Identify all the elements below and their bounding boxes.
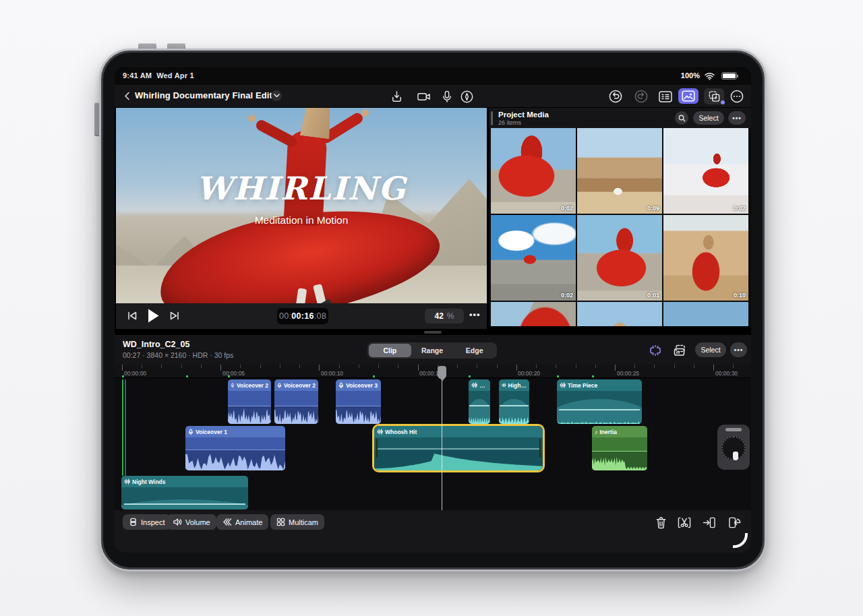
status-time: 9:41 AM xyxy=(123,71,152,80)
timeline-clip-voiceover1[interactable]: Voiceover 1 xyxy=(185,426,285,470)
audio-wave-icon xyxy=(377,429,383,435)
panel-drag-bar[interactable] xyxy=(491,111,493,125)
media-thumbnail[interactable]: 0:02 xyxy=(663,128,748,214)
timeline-clip-voiceover2b[interactable]: Voiceover 2 xyxy=(274,379,318,424)
bottom-toolbar: Inspect Volume Animate Multicam xyxy=(115,510,751,553)
viewer-zoom-control[interactable]: 42% xyxy=(425,309,464,324)
project-media-header: Project Media 26 items Select ••• xyxy=(489,108,751,128)
timecode-display[interactable]: 00:00:16:08 xyxy=(277,308,328,324)
audio-wave-icon xyxy=(502,382,506,388)
timeline-clip-high[interactable]: High… xyxy=(499,379,529,424)
microphone-icon[interactable] xyxy=(439,88,455,104)
multicam-icon xyxy=(276,518,285,526)
mode-edge[interactable]: Edge xyxy=(453,344,496,357)
camera-icon[interactable] xyxy=(415,88,432,104)
overwrite-clip-icon[interactable] xyxy=(727,515,742,530)
media-thumbnail[interactable]: 0:02 xyxy=(491,128,576,214)
search-icon[interactable] xyxy=(675,111,688,125)
title-chevron-down-icon[interactable] xyxy=(271,90,282,101)
mic-icon xyxy=(277,382,282,389)
battery-icon xyxy=(721,72,737,80)
media-thumbnail[interactable]: 0:01 xyxy=(577,215,662,301)
playhead-handle[interactable] xyxy=(438,366,446,379)
status-bar: 9:41 AMWed Apr 1 100% xyxy=(115,67,751,85)
pencil-tools-icon[interactable] xyxy=(458,88,475,104)
animate-button[interactable]: Animate xyxy=(216,514,268,530)
project-title[interactable]: Whirling Documentary Final Edit xyxy=(135,90,272,100)
timeline-clip-voiceover3[interactable]: Voiceover 3 xyxy=(336,379,381,424)
jog-pointer xyxy=(733,452,738,460)
mode-clip[interactable]: Clip xyxy=(369,344,411,357)
viewer-more-icon[interactable]: ••• xyxy=(469,309,481,319)
magnetic-timeline-icon[interactable] xyxy=(647,342,663,359)
timeline-tracks[interactable]: Voiceover 2 Voiceover 2 Voiceover 3 … xyxy=(115,378,751,510)
media-more-button[interactable]: ••• xyxy=(728,111,746,125)
timeline-more-button[interactable]: ••• xyxy=(730,342,747,357)
media-thumbnail[interactable]: 0:09 xyxy=(577,128,662,214)
video-viewer[interactable]: WHIRLING Meditation in Motion xyxy=(116,108,487,303)
battery-percent-label: 100% xyxy=(681,71,700,80)
timeline-select-button[interactable]: Select xyxy=(695,342,726,357)
redo-icon[interactable] xyxy=(633,88,649,104)
app-screen: 9:41 AMWed Apr 1 100% Whirling Documenta… xyxy=(115,67,751,553)
browser-panel-icon[interactable] xyxy=(657,88,674,104)
ruler-label: 00:00:10 xyxy=(321,370,343,377)
jog-drag-bar[interactable] xyxy=(725,428,742,431)
import-icon[interactable] xyxy=(388,88,405,104)
skip-back-icon[interactable] xyxy=(127,310,138,321)
trash-icon[interactable] xyxy=(653,515,668,530)
ruler-label: 00:00:00 xyxy=(124,370,146,377)
mode-range[interactable]: Range xyxy=(411,344,454,357)
dancer-hat xyxy=(300,108,334,139)
media-thumbnail[interactable]: 0:02 xyxy=(491,215,576,301)
skip-forward-icon[interactable] xyxy=(169,310,180,321)
viewer-overlay-title: WHIRLING xyxy=(116,170,487,207)
timeline-clip-time-piece[interactable]: Time Piece xyxy=(557,379,642,424)
media-thumbnail[interactable] xyxy=(663,302,748,326)
panel-divider-handle[interactable] xyxy=(424,331,442,334)
media-grid: 0:02 0:09 0:02 0:02 0:01 0:10 xyxy=(491,128,751,326)
wifi-icon xyxy=(705,72,715,80)
media-select-button[interactable]: Select xyxy=(693,111,724,125)
effects-badge-dot xyxy=(721,100,725,104)
status-date: Wed Apr 1 xyxy=(156,71,194,80)
trim-handle-left[interactable] xyxy=(376,439,378,458)
effects-icon[interactable] xyxy=(704,88,724,104)
page-background: 9:41 AMWed Apr 1 100% Whirling Documenta… xyxy=(0,0,863,616)
clip-placement-icon[interactable] xyxy=(672,342,688,359)
timeline-clip-inertia[interactable]: ♪Inertia xyxy=(592,426,647,470)
playback-controls: 00:00:16:08 42% ••• xyxy=(116,303,487,329)
media-browser-icon[interactable] xyxy=(678,88,698,104)
play-icon[interactable] xyxy=(147,308,160,324)
ruler-label: 00:00:20 xyxy=(518,370,540,377)
music-note-icon: ♪ xyxy=(595,429,598,435)
ruler-label: 00:00:30 xyxy=(715,370,738,377)
jog-wheel[interactable] xyxy=(717,425,750,470)
jog-dial[interactable] xyxy=(721,436,746,460)
trim-handle-right[interactable] xyxy=(539,439,541,458)
timeline-clip-whoosh-hit[interactable]: Whoosh Hit xyxy=(374,426,543,470)
undo-icon[interactable] xyxy=(607,88,624,104)
media-thumbnail[interactable]: 0:10 xyxy=(663,215,748,301)
speaker-icon xyxy=(173,518,182,526)
timeline-clip-meta: 00:27 · 3840 × 2160 · HDR · 30 fps xyxy=(123,351,233,359)
ruler-label: 00:00:25 xyxy=(617,370,639,377)
insert-clip-icon[interactable] xyxy=(702,515,717,530)
timeline-clip-night-winds[interactable]: Night Winds xyxy=(121,476,248,510)
animate-icon xyxy=(222,518,232,526)
more-options-icon[interactable] xyxy=(729,88,745,104)
inspect-button[interactable]: Inspect xyxy=(123,514,171,530)
split-clip-icon[interactable] xyxy=(677,515,692,530)
back-chevron-icon[interactable] xyxy=(122,90,133,102)
volume-button[interactable]: Volume xyxy=(167,514,216,530)
media-thumbnail[interactable] xyxy=(577,302,662,326)
timeline-clip-sfx-small[interactable]: … xyxy=(469,379,490,424)
multicam-button[interactable]: Multicam xyxy=(270,514,324,530)
ruler-label: 00:00:05 xyxy=(222,370,245,377)
mic-icon xyxy=(231,382,235,389)
media-thumbnail[interactable] xyxy=(491,302,576,326)
audio-wave-icon xyxy=(471,382,477,388)
timeline-ruler[interactable]: 00:00:00 00:00:05 00:00:10 00:00:15 00:0… xyxy=(115,365,751,378)
top-toolbar: Whirling Documentary Final Edit xyxy=(115,85,751,107)
timeline-clip-voiceover2a[interactable]: Voiceover 2 xyxy=(228,379,271,424)
